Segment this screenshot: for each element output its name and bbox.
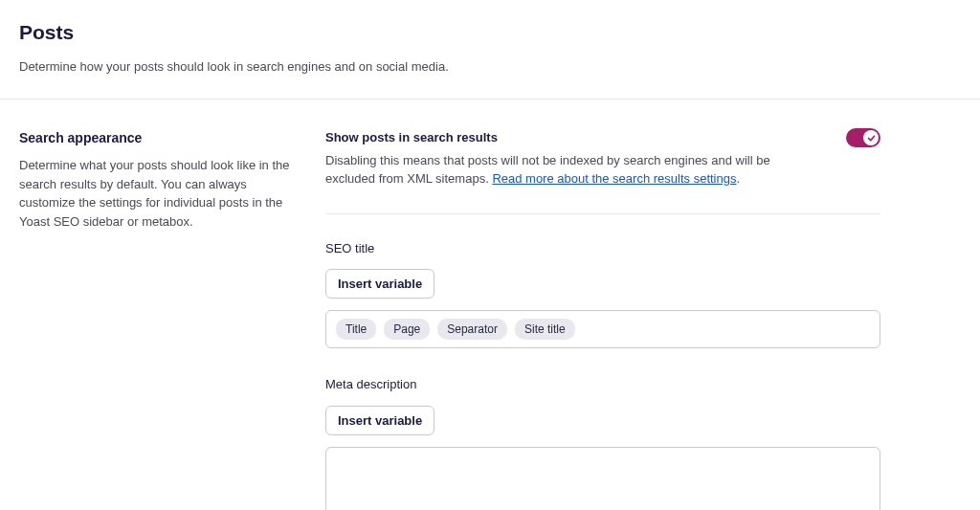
show-posts-label: Show posts in search results xyxy=(325,128,808,147)
divider xyxy=(0,99,980,100)
right-column: Show posts in search results Disabling t… xyxy=(325,128,880,510)
seo-title-label: SEO title xyxy=(325,239,880,258)
variable-pill[interactable]: Page xyxy=(384,319,430,340)
page-title: Posts xyxy=(19,17,961,48)
toggle-knob xyxy=(863,130,879,145)
seo-title-insert-variable-button[interactable]: Insert variable xyxy=(325,269,434,299)
variable-pill[interactable]: Separator xyxy=(437,319,507,340)
seo-title-group: SEO title Insert variable TitlePageSepar… xyxy=(325,239,880,349)
show-posts-description: Disabling this means that posts will not… xyxy=(325,151,808,188)
seo-title-field[interactable]: TitlePageSeparatorSite title xyxy=(325,310,880,348)
show-posts-setting: Show posts in search results Disabling t… xyxy=(325,128,880,214)
variable-pill[interactable]: Title xyxy=(336,319,376,340)
read-more-link[interactable]: Read more about the search results setti… xyxy=(492,171,736,186)
show-posts-toggle[interactable] xyxy=(846,128,880,147)
page-subtitle: Determine how your posts should look in … xyxy=(19,57,961,77)
show-posts-text: Show posts in search results Disabling t… xyxy=(325,128,808,188)
search-appearance-description: Determine what your posts should look li… xyxy=(19,156,297,231)
meta-description-group: Meta description Insert variable xyxy=(325,375,880,510)
check-icon xyxy=(867,134,876,143)
variable-pill[interactable]: Site title xyxy=(515,319,575,340)
meta-description-label: Meta description xyxy=(325,375,880,394)
meta-description-insert-variable-button[interactable]: Insert variable xyxy=(325,406,434,435)
content-columns: Search appearance Determine what your po… xyxy=(19,128,961,510)
show-posts-desc-period: . xyxy=(736,171,740,186)
search-appearance-heading: Search appearance xyxy=(19,128,297,148)
meta-description-field[interactable] xyxy=(325,447,880,511)
left-column: Search appearance Determine what your po… xyxy=(19,128,297,510)
